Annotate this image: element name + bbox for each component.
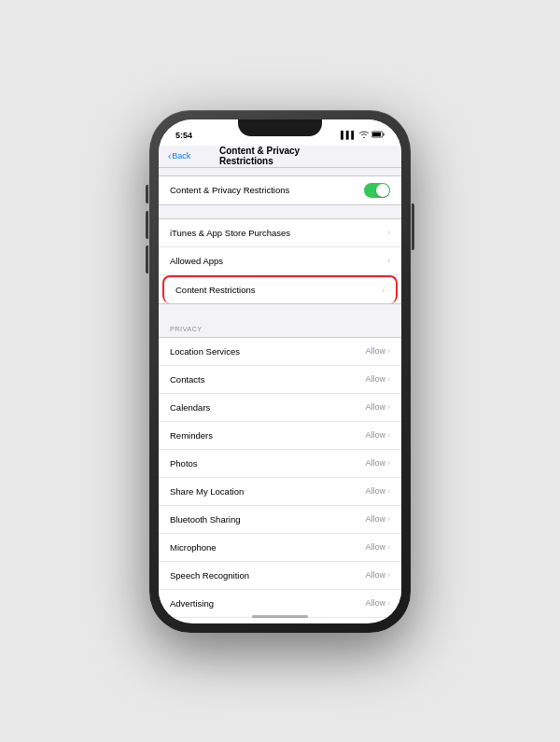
allowed-apps-chevron-icon: › [387,256,390,265]
itunes-chevron-icon: › [387,228,390,237]
calendars-label: Calendars [170,402,210,413]
location-services-cell[interactable]: Location Services Allow › [159,338,401,366]
photos-right: Allow › [365,458,390,468]
advertising-cell[interactable]: Advertising Allow › [159,590,401,618]
svg-rect-2 [372,133,381,136]
back-chevron-icon: ‹ [168,151,171,161]
microphone-value: Allow [365,542,385,552]
microphone-label: Microphone [170,542,217,553]
location-chevron-icon: › [387,346,390,356]
advertising-chevron-icon: › [387,598,390,608]
photos-label: Photos [170,458,198,469]
reminders-value: Allow [365,430,385,440]
speech-recognition-right: Allow › [365,570,390,580]
allowed-apps-right: › [387,256,390,265]
power-button [412,203,414,250]
bluetooth-sharing-value: Allow [365,514,385,524]
share-location-right: Allow › [365,486,390,496]
calendars-value: Allow [365,402,385,412]
back-button[interactable]: ‹ Back [168,151,190,161]
home-indicator [252,615,308,618]
advertising-right: Allow › [365,598,390,608]
contacts-right: Allow › [365,374,390,384]
toggle-knob [376,184,389,197]
main-settings-group: iTunes & App Store Purchases › Allowed A… [159,218,401,304]
itunes-purchases-right: › [387,228,390,237]
photos-value: Allow [365,458,385,468]
wifi-icon [359,131,369,140]
share-location-chevron-icon: › [387,486,390,496]
bluetooth-sharing-label: Bluetooth Sharing [170,514,241,525]
reminders-right: Allow › [365,430,390,440]
status-time: 5:54 [175,131,192,140]
share-location-value: Allow [365,486,385,496]
itunes-purchases-cell[interactable]: iTunes & App Store Purchases › [159,219,401,247]
location-services-label: Location Services [170,346,240,357]
reminders-chevron-icon: › [387,430,390,440]
battery-icon [371,131,385,140]
signal-icon: ▌▌▌ [341,131,357,139]
speech-recognition-label: Speech Recognition [170,570,249,581]
bluetooth-sharing-right: Allow › [365,514,390,524]
photos-cell[interactable]: Photos Allow › [159,450,401,478]
phone-frame: 5:54 ▌▌▌ [149,110,411,633]
itunes-purchases-label: iTunes & App Store Purchases [170,228,290,238]
share-location-label: Share My Location [170,486,244,497]
nav-bar: ‹ Back Content & Privacy Restrictions [159,146,401,168]
screen-content: Content & Privacy Restrictions iTunes & … [159,168,401,620]
bluetooth-sharing-cell[interactable]: Bluetooth Sharing Allow › [159,506,401,534]
photos-chevron-icon: › [387,458,390,468]
calendars-right: Allow › [365,402,390,412]
allowed-apps-label: Allowed Apps [170,256,223,266]
mute-button [146,185,148,203]
reminders-cell[interactable]: Reminders Allow › [159,422,401,450]
location-services-value: Allow [365,346,385,356]
back-label: Back [172,151,190,161]
speech-recognition-value: Allow [365,570,385,580]
content-privacy-label: Content & Privacy Restrictions [170,185,289,195]
contacts-chevron-icon: › [387,374,390,384]
privacy-section-header: PRIVACY [159,317,401,337]
content-restrictions-chevron-icon: › [382,286,385,295]
contacts-label: Contacts [170,374,205,385]
calendars-chevron-icon: › [387,402,390,412]
microphone-right: Allow › [365,542,390,552]
nav-title: Content & Privacy Restrictions [219,146,341,166]
advertising-value: Allow [365,598,385,608]
reminders-label: Reminders [170,430,213,441]
allowed-apps-cell[interactable]: Allowed Apps › [159,247,401,275]
content-restrictions-cell[interactable]: Content Restrictions › [162,275,398,303]
content-restrictions-right: › [382,286,385,295]
volume-down-button [146,245,148,273]
share-location-cell[interactable]: Share My Location Allow › [159,478,401,506]
phone-screen: 5:54 ▌▌▌ [159,119,401,623]
privacy-group: Location Services Allow › Contacts Allow… [159,337,401,620]
bluetooth-chevron-icon: › [387,514,390,524]
advertising-label: Advertising [170,598,214,609]
media-apple-music-cell[interactable]: Media & Apple Music Allow › [159,618,401,620]
speech-recognition-chevron-icon: › [387,570,390,580]
microphone-chevron-icon: › [387,542,390,552]
svg-rect-1 [384,133,385,135]
speech-recognition-cell[interactable]: Speech Recognition Allow › [159,562,401,590]
content-privacy-cell: Content & Privacy Restrictions [159,176,401,204]
contacts-cell[interactable]: Contacts Allow › [159,366,401,394]
content-privacy-toggle[interactable] [364,183,390,198]
status-icons: ▌▌▌ [341,131,385,140]
toggle-section: Content & Privacy Restrictions [159,175,401,205]
volume-up-button [146,211,148,239]
notch [238,119,322,136]
location-services-right: Allow › [365,346,390,356]
content-restrictions-label: Content Restrictions [175,285,256,295]
contacts-value: Allow [365,374,385,384]
microphone-cell[interactable]: Microphone Allow › [159,534,401,562]
calendars-cell[interactable]: Calendars Allow › [159,394,401,422]
